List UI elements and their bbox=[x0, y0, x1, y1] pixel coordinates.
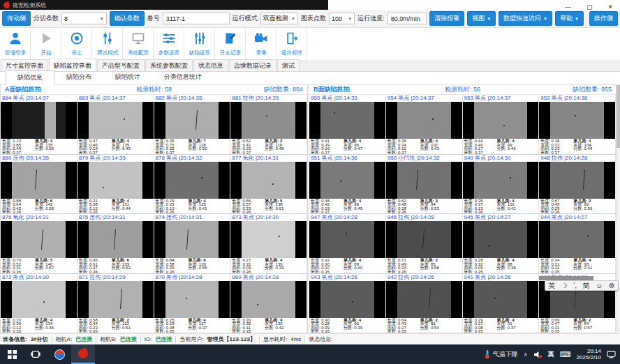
action-button-exit[interactable]: 退出程序 bbox=[276, 28, 307, 60]
defect-cell-869[interactable]: 869 黑点 |20:14:28长度: 0.30宽度: 0.35面积: 0.11… bbox=[230, 274, 307, 333]
language-indicator[interactable]: 英 bbox=[548, 350, 554, 359]
defect-cell-880[interactable]: 880 压伤 |20:14:35长度: 0.88宽度: 0.64面积: 0.42… bbox=[1, 155, 78, 215]
action-button-record[interactable]: 录像 bbox=[246, 28, 276, 60]
camera-a-label: 相机A: bbox=[56, 335, 73, 343]
action-button-stop[interactable]: 停止 bbox=[61, 28, 92, 60]
defect-cell-883[interactable]: 883 黑点 |20:14:37长度: 0.47宽度: 0.46面积: 0.19… bbox=[78, 95, 154, 155]
clear-alarm-button[interactable]: 清除报警 bbox=[429, 11, 464, 26]
defect-cell-941[interactable]: 941 黑点 |20:14:26长度: 0.29宽度: 0.27面积: 0.08… bbox=[463, 274, 540, 333]
action-button-params[interactable]: 参数设置 bbox=[154, 28, 184, 60]
defect-mark bbox=[43, 301, 45, 303]
defect-cell-953[interactable]: 953 黑点 |20:14:37长度: 0.44宽度: 0.40面积: 0.17… bbox=[463, 95, 540, 155]
moon-icon[interactable]: ☽ bbox=[561, 281, 568, 290]
defect-cell-875[interactable]: 875 压伤 |20:14:31长度: 0.95宽度: 0.61面积: 0.47… bbox=[78, 214, 154, 274]
subtab-缺陷统计[interactable]: 缺陷统计 bbox=[103, 70, 152, 84]
defect-cell-954[interactable]: 954 黑点 |20:14:37长度: 0.36宽度: 0.34面积: 0.12… bbox=[386, 95, 463, 155]
operator-side-button[interactable]: 操作侧 bbox=[589, 11, 618, 26]
defect-cell-944[interactable]: 944 黑点 |20:14:27长度: 0.34宽度: 0.31面积: 0.11… bbox=[539, 214, 616, 274]
notification-tray-icon[interactable] bbox=[607, 351, 616, 358]
lang-en[interactable]: 英 bbox=[548, 281, 555, 290]
run-mode-select[interactable]: 双面检测▼ bbox=[260, 13, 298, 24]
action-button-debug[interactable]: 调试模式 bbox=[92, 28, 123, 60]
taskbar-clock[interactable]: 20:14 2025/2/10 bbox=[576, 348, 601, 361]
slit-count-select[interactable]: 8▼ bbox=[61, 13, 107, 24]
volume-icon[interactable] bbox=[533, 351, 542, 358]
stat-meter: 米数: 0.35 bbox=[232, 330, 265, 333]
vertical-scrollbar[interactable] bbox=[617, 85, 620, 333]
settings-gear-icon[interactable]: ⚙ bbox=[609, 281, 615, 290]
subtab-缺陷信息[interactable]: 缺陷信息 bbox=[6, 70, 54, 85]
defect-image bbox=[154, 162, 230, 199]
tab-边缘数据记录[interactable]: 边缘数据记录 bbox=[229, 59, 276, 71]
defect-image bbox=[1, 281, 77, 318]
drive-side-button[interactable]: 传动侧 bbox=[2, 11, 31, 26]
action-button-system[interactable]: 系统配置 bbox=[123, 28, 154, 60]
view-menu-button[interactable]: 视图▼ bbox=[467, 11, 496, 26]
lang-cn[interactable]: 简 bbox=[583, 281, 590, 290]
weather-widget[interactable]: 气温下降 bbox=[485, 349, 518, 359]
defect-stats: 长度: 0.33宽度: 0.36面积: 0.13米数: 0.35第几类: 4灰度… bbox=[1, 318, 77, 333]
defect-cell-872[interactable]: 872 黑点 |20:14:30长度: 0.33宽度: 0.36面积: 0.13… bbox=[1, 274, 78, 333]
tab-尺寸监控界面[interactable]: 尺寸监控界面 bbox=[1, 59, 48, 71]
action-button-log[interactable]: 日志记录 bbox=[215, 28, 246, 60]
panel-side-b: B面缺陷抓拍 检测耗时: 56 缺陷数量: 955 955 黑点 |20:14:… bbox=[309, 85, 617, 333]
defect-cell-873[interactable]: 873 黑点 |20:14:30长度: 0.27宽度: 0.31面积: 0.09… bbox=[230, 214, 307, 274]
defect-cell-header: 945 黑点 |20:14:27 bbox=[463, 214, 539, 221]
roll-number-input[interactable]: 3117-1 bbox=[163, 13, 230, 24]
defect-cell-871[interactable]: 871 拉伤 |20:14:29长度: 0.58宽度: 0.44面积: 0.23… bbox=[78, 274, 154, 333]
hidden-icons-chevron[interactable]: ∧ bbox=[524, 351, 528, 358]
defect-cell-950[interactable]: 950 小凹坑 |20:14:32长度: 0.62宽度: 0.48面积: 0.2… bbox=[386, 155, 463, 215]
taskbar-app-browser[interactable] bbox=[47, 344, 71, 364]
action-button-play[interactable]: 开始 bbox=[31, 28, 61, 60]
task-view-button[interactable] bbox=[24, 344, 47, 364]
defect-image bbox=[309, 221, 385, 258]
defect-cell-951[interactable]: 951 黑点 |20:14:36长度: 0.46宽度: 0.42面积: 0.19… bbox=[309, 155, 386, 215]
data-quick-access-button[interactable]: 数据快速访问▼ bbox=[499, 11, 552, 26]
debug-icon bbox=[101, 31, 115, 48]
start-button[interactable] bbox=[0, 344, 24, 364]
defect-cell-874[interactable]: 874 压伤 |20:14:31长度: 0.84宽度: 0.58面积: 0.39… bbox=[154, 214, 231, 274]
chart-points-select[interactable]: 100▼ bbox=[329, 13, 355, 24]
defect-image bbox=[463, 281, 539, 318]
tab-测试[interactable]: 测试 bbox=[277, 59, 300, 71]
defect-mark bbox=[279, 236, 280, 237]
subtab-缺陷分布[interactable]: 缺陷分布 bbox=[54, 70, 103, 84]
defect-cell-header: 882 黑点 |20:14:35 bbox=[154, 95, 230, 102]
defect-cell-949[interactable]: 949 黑点 |20:14:30长度: 0.35宽度: 0.37面积: 0.13… bbox=[463, 155, 540, 215]
taskbar-app-vision-system[interactable] bbox=[71, 344, 95, 364]
defect-cell-876[interactable]: 876 氧化 |20:14:31长度: 0.73宽度: 0.52面积: 0.31… bbox=[1, 214, 78, 274]
defect-cell-877[interactable]: 877 氧化 |20:14:31长度: 0.66宽度: 0.57面积: 0.33… bbox=[230, 155, 307, 215]
panel-b-header: B面缺陷抓拍 检测耗时: 56 缺陷数量: 955 bbox=[309, 85, 616, 95]
defect-cell-header: 948 拉伤 |20:14:28 bbox=[539, 155, 615, 162]
defect-cell-header: 943 黑点 |20:14:26 bbox=[309, 274, 385, 281]
emoji-icon[interactable]: ☺ bbox=[596, 281, 603, 290]
minimize-button[interactable]: — bbox=[565, 4, 571, 10]
defect-cell-942[interactable]: 942 拉伤 |20:14:26长度: 0.64宽度: 0.43面积: 0.27… bbox=[386, 274, 463, 333]
close-button[interactable]: ✕ bbox=[607, 4, 613, 10]
defect-cell-878[interactable]: 878 黑点 |20:14:32长度: 0.29宽度: 0.33面积: 0.10… bbox=[154, 155, 231, 215]
scrollbar-thumb[interactable] bbox=[617, 85, 620, 148]
defect-cell-881[interactable]: 881 拉伤 |20:14:35长度: 0.52宽度: 0.41面积: 0.20… bbox=[230, 95, 307, 155]
defect-cell-943[interactable]: 943 黑点 |20:14:26长度: 0.30宽度: 0.28面积: 0.09… bbox=[309, 274, 386, 333]
action-button-defect[interactable]: 缺陷设置 bbox=[184, 28, 215, 60]
defect-cell-946[interactable]: 946 拉伤 |20:14:28长度: 0.71宽度: 0.49面积: 0.34… bbox=[386, 214, 463, 274]
action-button-user[interactable]: 管理登录 bbox=[0, 28, 31, 60]
subtab-分类信息统计[interactable]: 分类信息统计 bbox=[152, 70, 214, 84]
defect-cell-947[interactable]: 947 黑点 |20:14:28长度: 0.32宽度: 0.30面积: 0.10… bbox=[309, 214, 386, 274]
punct-icon[interactable]: ’, bbox=[573, 281, 577, 290]
chevron-down-icon: ▼ bbox=[575, 17, 579, 21]
maximize-button[interactable]: ▢ bbox=[586, 4, 593, 10]
defect-cell-870[interactable]: 870 黑点 |20:14:28长度: 0.25宽度: 0.29面积: 0.08… bbox=[154, 274, 231, 333]
defect-cell-952[interactable]: 952 黑点 |20:14:36长度: 0.38宽度: 0.33面积: 0.13… bbox=[539, 95, 616, 155]
defect-cell-879[interactable]: 879 黑点 |20:14:33长度: 0.31宽度: 0.38面积: 0.12… bbox=[78, 155, 154, 215]
browser-icon bbox=[54, 349, 65, 360]
defect-mark bbox=[272, 183, 274, 185]
touch-keyboard-icon[interactable]: ⌨ bbox=[560, 350, 571, 359]
defect-cell-882[interactable]: 882 黑点 |20:14:35长度: 0.35宽度: 0.75面积: 0.25… bbox=[154, 95, 231, 155]
help-menu-button[interactable]: 帮助▼ bbox=[555, 11, 584, 26]
defect-cell-884[interactable]: 884 黑点 |20:14:37长度: 1.23宽度: 0.85面积: 0.49… bbox=[1, 95, 78, 155]
defect-cell-955[interactable]: 955 黑点 |20:14:39长度: 0.41宽度: 0.39面积: 0.16… bbox=[309, 95, 386, 155]
defect-cell-945[interactable]: 945 黑点 |20:14:27长度: 0.28宽度: 0.32面积: 0.09… bbox=[463, 214, 540, 274]
defect-cell-948[interactable]: 948 拉伤 |20:14:28长度: 0.67宽度: 0.45面积: 0.29… bbox=[539, 155, 616, 215]
confirm-count-button[interactable]: 确认条数 bbox=[110, 11, 145, 26]
